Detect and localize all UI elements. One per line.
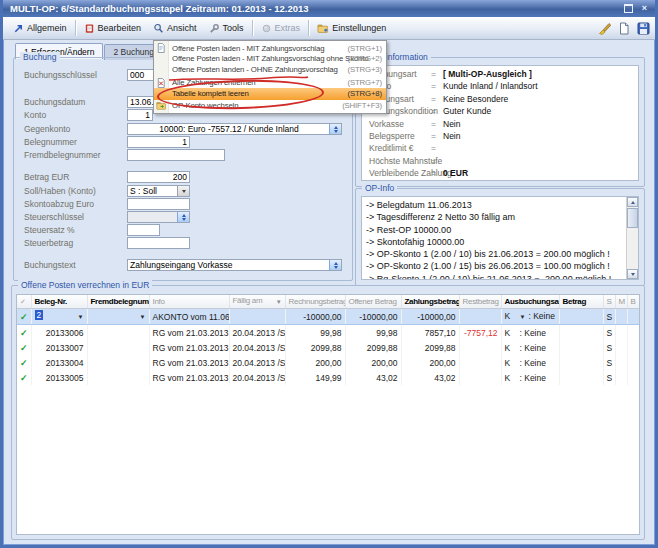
form-row: Buchungstext Zahlungseingang Vorkasse: [24, 259, 346, 271]
form-row: Steuerbetrag: [24, 237, 346, 249]
table-row[interactable]: ✓ 20133007 RG vom 21.03.2013 20.04.2013 …: [17, 340, 639, 355]
menu-bearbeiten[interactable]: Bearbeiten: [78, 21, 148, 36]
new-document-button[interactable]: [616, 20, 632, 36]
row-check-icon[interactable]: ✓: [20, 373, 28, 383]
menu-ansicht[interactable]: Ansicht: [147, 21, 203, 36]
spinner-icon[interactable]: [329, 260, 341, 270]
col-fremdbelegnummer[interactable]: Fremdbelegnummer: [87, 295, 149, 309]
cell-ausbuchung[interactable]: K: Keine: [501, 355, 559, 370]
col-betrag[interactable]: Betrag: [559, 295, 603, 309]
title-bar[interactable]: MULTI-OP: 6/Standardbuchungsstapel Zeitr…: [3, 0, 655, 17]
col-info[interactable]: Info: [149, 295, 229, 309]
table-row[interactable]: ✓ 20133005 RG vom 21.03.2013 20.04.2013 …: [17, 370, 639, 385]
cell-ausbuchung[interactable]: K: Keine: [501, 370, 559, 385]
cell-beleg: 20133005: [31, 370, 87, 385]
restore-button[interactable]: [622, 2, 635, 14]
opinfo-line: -> OP-Skonto 1 (2.00 / 10) bis 21.06.201…: [366, 248, 638, 260]
col-b[interactable]: B: [627, 295, 639, 309]
sort-desc-icon: ▼: [276, 296, 282, 308]
ansicht-magnifier-icon: [153, 23, 164, 34]
save-button[interactable]: [635, 20, 651, 36]
cell-m: [615, 325, 627, 341]
form-row: Fremdbelegnummer: [24, 149, 346, 161]
offene-posten-groupbox: Offene Posten verrechnen in EUR ✓ Beleg-…: [11, 285, 645, 540]
spinner-icon[interactable]: [329, 124, 341, 134]
table-row[interactable]: ✓ 20133004 RG vom 21.03.2013 20.04.2013 …: [17, 355, 639, 370]
steuersatz-input[interactable]: [127, 224, 160, 236]
cell-fremd: [87, 355, 149, 370]
fremdbelegnummer-input[interactable]: [127, 149, 225, 161]
cell-betrag: [559, 340, 603, 355]
buchungsschluessel-label: Buchungsschlüssel: [24, 70, 127, 80]
cell-rest: [459, 340, 501, 355]
opinfo-listbox[interactable]: -> Belegdatum 11.06.2013 -> Tagesdiffere…: [361, 196, 639, 280]
col-beleg-nr[interactable]: Beleg-Nr.: [31, 295, 87, 309]
scroll-up-icon[interactable]: [627, 197, 638, 207]
clean-brush-button[interactable]: [597, 20, 613, 36]
opinfo-line: -> Tagesdifferenz 2 Netto 30 fällig am: [366, 211, 638, 223]
dropdown-icon[interactable]: ▼: [520, 314, 526, 320]
steuerbetrag-input[interactable]: [127, 237, 190, 249]
col-s[interactable]: S: [603, 295, 615, 309]
dropdown-icon[interactable]: ▼: [140, 310, 146, 324]
buchungstext-combobox[interactable]: Zahlungseingang Vorkasse: [127, 259, 342, 271]
cell-beleg-editor[interactable]: 2▼: [31, 309, 87, 325]
equals-sign: =: [431, 68, 443, 80]
skontoabzug-input[interactable]: [127, 198, 190, 210]
menu-item-op-laden-mit-ohne-skonto[interactable]: Offene Posten laden - MIT Zahlungsvorsch…: [154, 54, 386, 65]
dropdown-icon[interactable]: ▼: [78, 310, 84, 324]
menu-item-op-laden-ohne[interactable]: Offene Posten landen - OHNE Zahlungsvors…: [154, 64, 386, 75]
menu-label: Extras: [275, 23, 301, 33]
menu-shortcut: (SHIFT+F3): [342, 101, 382, 110]
soll-haben-combobox[interactable]: S : Soll: [127, 185, 190, 197]
dropdown-icon[interactable]: [177, 186, 189, 196]
col-faellig-am[interactable]: Fällig am▼: [229, 295, 285, 309]
check-column-header[interactable]: ✓: [17, 295, 31, 309]
menu-item-label: Offene Posten laden - MIT Zahlungsvorsch…: [172, 54, 368, 63]
menu-item-op-laden-mit[interactable]: Offene Posten laden - MIT Zahlungsvorsch…: [154, 43, 386, 54]
cell-rechnung: 200,00: [285, 355, 345, 370]
opinfo-scrollbar[interactable]: [626, 197, 638, 279]
info-label: Belegsperre: [369, 130, 431, 142]
betrag-eur-input[interactable]: [127, 171, 190, 183]
row-check-icon[interactable]: ✓: [20, 358, 28, 368]
gegenkonto-combobox[interactable]: 10000: Euro -7557.12 / Kunde Inland: [127, 123, 342, 135]
steuerschluessel-combobox[interactable]: [127, 211, 190, 223]
cell-fremd-editor[interactable]: ▼: [87, 309, 149, 325]
col-m[interactable]: M: [615, 295, 627, 309]
col-offener-betrag[interactable]: Offener Betrag: [345, 295, 401, 309]
belegnummer-input[interactable]: [127, 136, 190, 148]
cell-ausbuchung[interactable]: K: Keine: [501, 325, 559, 341]
menu-allgemein[interactable]: Allgemein: [7, 21, 73, 36]
restore-icon: [624, 4, 633, 13]
belegnummer-label: Belegnummer: [24, 137, 127, 147]
cell-ausbuchung[interactable]: K: Keine: [501, 340, 559, 355]
equals-sign: =: [431, 142, 443, 154]
menu-tools[interactable]: Tools: [203, 21, 250, 36]
scroll-down-icon[interactable]: [627, 269, 638, 279]
konto-input[interactable]: [127, 109, 153, 121]
col-rechnungsbetrag[interactable]: Rechnungsbetrag: [285, 295, 345, 309]
toolbar-separator: [252, 20, 253, 36]
ausbuchung-text: : Keine: [528, 311, 554, 321]
close-button[interactable]: ×: [638, 2, 651, 14]
row-check-icon[interactable]: ✓: [20, 328, 28, 338]
menu-item-label: Offene Posten landen - OHNE Zahlungsvors…: [172, 65, 338, 74]
table-row-selected[interactable]: ✓ 2▼ ▼ AKONTO vom 11.06.201 -10000,00 -1…: [17, 309, 639, 325]
col-zahlungsbetrag[interactable]: Zahlungsbetrag: [401, 295, 459, 309]
col-restbetrag[interactable]: Restbetrag: [459, 295, 501, 309]
spinner-icon[interactable]: [177, 212, 189, 222]
row-check-icon[interactable]: ✓: [20, 312, 28, 322]
cell-ausbuchung[interactable]: K▼: Keine: [501, 309, 559, 325]
cell-m: [615, 370, 627, 385]
menu-einstellungen[interactable]: Einstellungen: [311, 21, 392, 36]
ausbuchung-code: K: [505, 311, 520, 321]
table-row[interactable]: ✓ 20133006 RG vom 21.03.2013 20.04.2013 …: [17, 325, 639, 341]
row-check-icon[interactable]: ✓: [20, 343, 28, 353]
cell-betrag: [559, 325, 603, 341]
equals-sign: =: [431, 93, 443, 105]
buchungstext-label: Buchungstext: [24, 260, 127, 270]
cell-rechnung: 99,98: [285, 325, 345, 341]
scrollbar-thumb[interactable]: [627, 208, 638, 228]
col-ausbuchungsart[interactable]: Ausbuchungsart: [501, 295, 559, 309]
